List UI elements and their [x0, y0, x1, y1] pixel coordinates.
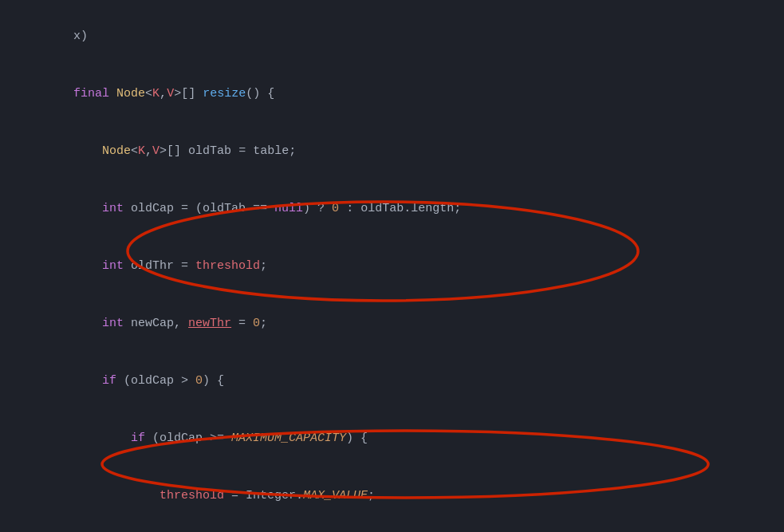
- code-line: return oldTab;: [0, 525, 784, 532]
- code-line: final Node<K,V>[] resize() {: [0, 65, 784, 123]
- code-line: threshold = Integer.MAX_VALUE;: [0, 467, 784, 525]
- code-line: int oldCap = (oldTab == null) ? 0 : oldT…: [0, 180, 784, 238]
- code-line: if (oldCap > 0) {: [0, 353, 784, 410]
- code-line: int oldThr = threshold;: [0, 238, 784, 295]
- code-line: x): [0, 8, 784, 65]
- code-line: if (oldCap >= MAXIMUM_CAPACITY) {: [0, 410, 784, 467]
- code-line: Node<K,V>[] oldTab = table;: [0, 123, 784, 180]
- code-editor: x) final Node<K,V>[] resize() { Node<K,V…: [0, 0, 784, 532]
- code-line: int newCap, newThr = 0;: [0, 295, 784, 353]
